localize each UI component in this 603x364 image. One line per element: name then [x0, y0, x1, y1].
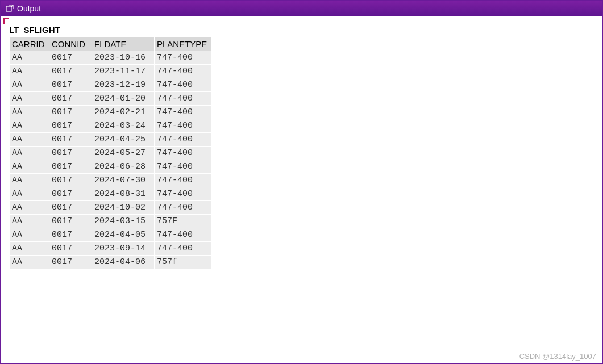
- watermark-text: CSDN @1314lay_1007: [519, 352, 596, 361]
- cell-connid: 0017: [49, 215, 92, 228]
- cell-connid: 0017: [49, 160, 92, 174]
- table-row[interactable]: AA00172024-06-28747-400: [10, 160, 211, 174]
- table-row[interactable]: AA00172024-03-15757F: [10, 215, 211, 228]
- cell-carrid: AA: [10, 215, 49, 228]
- cell-fldate: 2023-11-17: [92, 65, 155, 78]
- cell-planetype: 747-400: [155, 187, 211, 201]
- table-row[interactable]: AA00172024-01-20747-400: [10, 92, 211, 106]
- cell-fldate: 2024-08-31: [92, 187, 155, 201]
- cell-fldate: 2024-04-06: [92, 256, 155, 269]
- output-window: Output LT_SFLIGHT CARRID CONNID FLDATE P…: [0, 0, 603, 364]
- cell-carrid: AA: [10, 242, 49, 256]
- cell-fldate: 2024-05-27: [92, 147, 155, 160]
- sflight-table: CARRID CONNID FLDATE PLANETYPE AA0017202…: [9, 37, 211, 269]
- cell-connid: 0017: [49, 147, 92, 160]
- svg-rect-0: [6, 6, 11, 11]
- corner-mark-icon: [3, 18, 9, 24]
- cell-connid: 0017: [49, 119, 92, 133]
- table-row[interactable]: AA00172024-05-27747-400: [10, 147, 211, 160]
- table-name-label: LT_SFLIGHT: [9, 25, 597, 35]
- output-icon: [6, 5, 14, 12]
- cell-planetype: 747-400: [155, 119, 211, 133]
- cell-planetype: 757f: [155, 256, 211, 269]
- table-header-row: CARRID CONNID FLDATE PLANETYPE: [10, 37, 211, 51]
- cell-fldate: 2024-07-30: [92, 174, 155, 187]
- table-row[interactable]: AA00172023-09-14747-400: [10, 242, 211, 256]
- table-row[interactable]: AA00172024-04-05747-400: [10, 228, 211, 242]
- table-row[interactable]: AA00172024-02-21747-400: [10, 106, 211, 119]
- cell-fldate: 2024-02-21: [92, 106, 155, 119]
- cell-carrid: AA: [10, 187, 49, 201]
- cell-planetype: 747-400: [155, 78, 211, 92]
- cell-connid: 0017: [49, 106, 92, 119]
- cell-planetype: 747-400: [155, 65, 211, 78]
- cell-fldate: 2024-01-20: [92, 92, 155, 106]
- cell-connid: 0017: [49, 51, 92, 65]
- cell-planetype: 747-400: [155, 92, 211, 106]
- cell-carrid: AA: [10, 160, 49, 174]
- cell-connid: 0017: [49, 256, 92, 269]
- cell-carrid: AA: [10, 51, 49, 65]
- cell-fldate: 2024-04-05: [92, 228, 155, 242]
- cell-planetype: 747-400: [155, 51, 211, 65]
- cell-planetype: 747-400: [155, 160, 211, 174]
- cell-planetype: 747-400: [155, 242, 211, 256]
- cell-carrid: AA: [10, 92, 49, 106]
- cell-carrid: AA: [10, 133, 49, 147]
- cell-planetype: 747-400: [155, 174, 211, 187]
- cell-planetype: 747-400: [155, 133, 211, 147]
- cell-fldate: 2024-06-28: [92, 160, 155, 174]
- column-header-fldate[interactable]: FLDATE: [92, 37, 155, 51]
- cell-connid: 0017: [49, 174, 92, 187]
- cell-fldate: 2024-03-24: [92, 119, 155, 133]
- cell-connid: 0017: [49, 228, 92, 242]
- cell-carrid: AA: [10, 228, 49, 242]
- cell-planetype: 747-400: [155, 228, 211, 242]
- table-row[interactable]: AA00172023-10-16747-400: [10, 51, 211, 65]
- cell-connid: 0017: [49, 187, 92, 201]
- cell-carrid: AA: [10, 174, 49, 187]
- table-row[interactable]: AA00172024-04-25747-400: [10, 133, 211, 147]
- cell-connid: 0017: [49, 242, 92, 256]
- window-title: Output: [17, 4, 41, 13]
- table-row[interactable]: AA00172023-11-17747-400: [10, 65, 211, 78]
- cell-fldate: 2023-09-14: [92, 242, 155, 256]
- cell-connid: 0017: [49, 78, 92, 92]
- cell-carrid: AA: [10, 147, 49, 160]
- table-row[interactable]: AA00172024-10-02747-400: [10, 201, 211, 215]
- cell-carrid: AA: [10, 65, 49, 78]
- table-row[interactable]: AA00172024-08-31747-400: [10, 187, 211, 201]
- cell-planetype: 747-400: [155, 147, 211, 160]
- cell-planetype: 747-400: [155, 106, 211, 119]
- column-header-planetype[interactable]: PLANETYPE: [155, 37, 211, 51]
- cell-fldate: 2024-10-02: [92, 201, 155, 215]
- content-area: LT_SFLIGHT CARRID CONNID FLDATE PLANETYP…: [1, 16, 602, 363]
- cell-carrid: AA: [10, 256, 49, 269]
- cell-carrid: AA: [10, 201, 49, 215]
- cell-carrid: AA: [10, 106, 49, 119]
- table-row[interactable]: AA00172024-03-24747-400: [10, 119, 211, 133]
- cell-connid: 0017: [49, 92, 92, 106]
- cell-carrid: AA: [10, 78, 49, 92]
- titlebar: Output: [1, 1, 602, 16]
- cell-fldate: 2023-10-16: [92, 51, 155, 65]
- cell-connid: 0017: [49, 65, 92, 78]
- cell-connid: 0017: [49, 201, 92, 215]
- cell-fldate: 2024-03-15: [92, 215, 155, 228]
- column-header-connid[interactable]: CONNID: [49, 37, 92, 51]
- table-row[interactable]: AA00172023-12-19747-400: [10, 78, 211, 92]
- cell-planetype: 747-400: [155, 201, 211, 215]
- cell-planetype: 757F: [155, 215, 211, 228]
- cell-fldate: 2023-12-19: [92, 78, 155, 92]
- cell-connid: 0017: [49, 133, 92, 147]
- table-row[interactable]: AA00172024-07-30747-400: [10, 174, 211, 187]
- column-header-carrid[interactable]: CARRID: [10, 37, 49, 51]
- cell-fldate: 2024-04-25: [92, 133, 155, 147]
- cell-carrid: AA: [10, 119, 49, 133]
- table-row[interactable]: AA00172024-04-06757f: [10, 256, 211, 269]
